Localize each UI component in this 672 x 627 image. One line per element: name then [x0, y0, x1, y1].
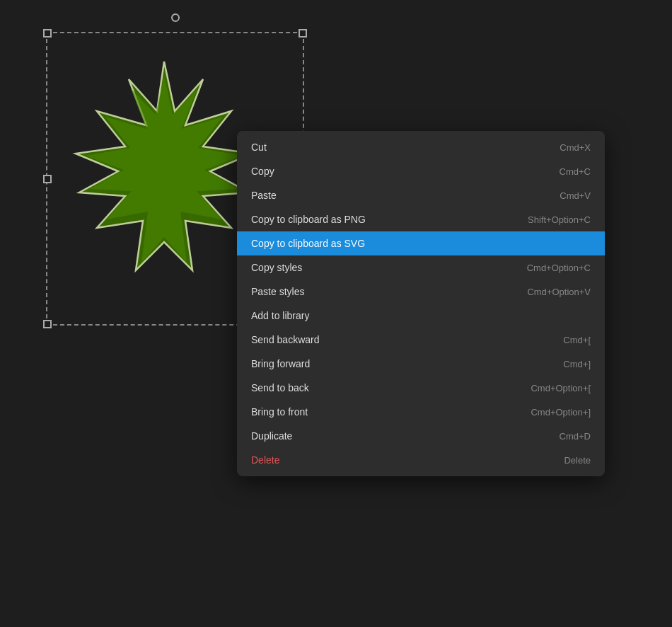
menu-item-label-copy: Copy [251, 166, 274, 177]
menu-item-label-duplicate: Duplicate [251, 430, 292, 442]
menu-item-paste-styles[interactable]: Paste stylesCmd+Option+V [237, 280, 605, 304]
menu-item-shortcut-delete: Delete [564, 455, 591, 466]
menu-item-shortcut-cut: Cmd+X [560, 142, 591, 153]
menu-item-label-paste: Paste [251, 190, 277, 201]
menu-item-label-send-backward: Send backward [251, 334, 320, 345]
menu-item-add-to-library[interactable]: Add to library [237, 304, 605, 328]
handle-top-right[interactable] [299, 29, 307, 38]
menu-item-label-cut: Cut [251, 142, 267, 153]
menu-item-shortcut-copy-as-png: Shift+Option+C [528, 214, 591, 225]
menu-item-shortcut-send-to-back: Cmd+Option+[ [531, 383, 591, 393]
handle-mid-left[interactable] [43, 175, 52, 183]
menu-item-label-send-to-back: Send to back [251, 382, 309, 393]
menu-item-copy-as-svg[interactable]: Copy to clipboard as SVG [237, 231, 605, 255]
menu-item-bring-forward[interactable]: Bring forwardCmd+] [237, 352, 605, 376]
menu-item-copy-as-png[interactable]: Copy to clipboard as PNGShift+Option+C [237, 207, 605, 231]
context-menu: CutCmd+XCopyCmd+CPasteCmd+VCopy to clipb… [237, 131, 605, 476]
menu-item-shortcut-copy-styles: Cmd+Option+C [527, 263, 591, 273]
menu-item-shortcut-paste-styles: Cmd+Option+V [527, 287, 591, 297]
menu-item-label-add-to-library: Add to library [251, 310, 309, 321]
menu-item-shortcut-bring-to-front: Cmd+Option+] [531, 407, 591, 418]
menu-item-shortcut-bring-forward: Cmd+] [563, 359, 591, 369]
rotation-handle[interactable] [171, 13, 180, 22]
menu-item-label-copy-styles: Copy styles [251, 262, 302, 273]
menu-item-send-to-back[interactable]: Send to backCmd+Option+[ [237, 376, 605, 400]
menu-item-copy-styles[interactable]: Copy stylesCmd+Option+C [237, 255, 605, 280]
menu-item-label-copy-as-png: Copy to clipboard as PNG [251, 214, 366, 225]
canvas: CutCmd+XCopyCmd+CPasteCmd+VCopy to clipb… [0, 0, 672, 627]
menu-item-delete[interactable]: DeleteDelete [237, 448, 605, 472]
menu-item-shortcut-paste: Cmd+V [560, 190, 591, 201]
svg-marker-1 [86, 76, 243, 263]
menu-item-duplicate[interactable]: DuplicateCmd+D [237, 424, 605, 448]
menu-item-send-backward[interactable]: Send backwardCmd+[ [237, 328, 605, 352]
menu-item-label-copy-as-svg: Copy to clipboard as SVG [251, 238, 365, 249]
menu-item-shortcut-send-backward: Cmd+[ [563, 335, 591, 345]
menu-item-copy[interactable]: CopyCmd+C [237, 159, 605, 183]
menu-item-label-bring-forward: Bring forward [251, 358, 310, 369]
menu-item-shortcut-duplicate: Cmd+D [560, 431, 591, 442]
menu-item-label-bring-to-front: Bring to front [251, 406, 308, 418]
menu-item-shortcut-copy: Cmd+C [560, 166, 591, 177]
handle-top-left[interactable] [43, 29, 52, 38]
menu-item-label-paste-styles: Paste styles [251, 286, 304, 297]
menu-item-cut[interactable]: CutCmd+X [237, 135, 605, 159]
menu-item-paste[interactable]: PasteCmd+V [237, 183, 605, 207]
menu-item-bring-to-front[interactable]: Bring to frontCmd+Option+] [237, 400, 605, 424]
star-shape [62, 54, 267, 302]
handle-bottom-left[interactable] [43, 320, 52, 328]
menu-item-label-delete: Delete [251, 454, 279, 466]
